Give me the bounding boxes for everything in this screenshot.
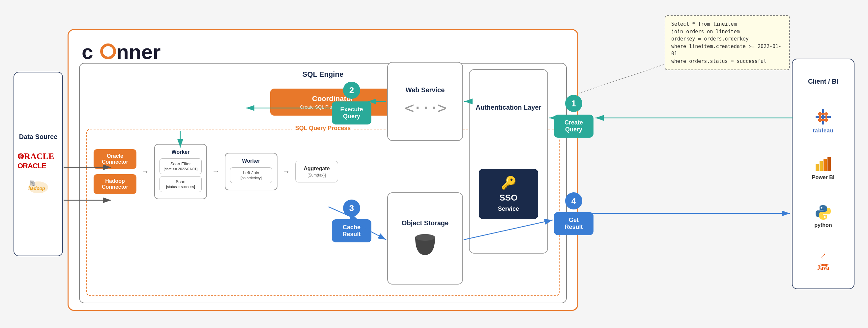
oracle-logo: ORACLE ® ORACLE <box>18 151 59 170</box>
svg-point-21 <box>824 216 826 218</box>
svg-rect-16 <box>816 164 819 171</box>
svg-rect-19 <box>828 157 831 171</box>
svg-rect-11 <box>816 116 831 118</box>
data-source-title: Data Source <box>19 133 58 141</box>
worker2-box: Worker Left Join[on orderkey] <box>225 153 277 190</box>
execute-query-box: ExecuteQuery <box>332 101 371 125</box>
arrow-to-aggregate: → <box>283 167 290 176</box>
worker1-title: Worker <box>159 149 202 155</box>
arrow-to-worker2: → <box>212 167 219 176</box>
python-label: python <box>814 222 832 228</box>
aggregate-sub: [Sum(tax)] <box>302 173 332 177</box>
svg-rect-17 <box>819 161 823 171</box>
step2-circle: 2 <box>343 82 360 99</box>
sso-service-label: Service <box>498 205 519 212</box>
step2-area: 2 ExecuteQuery <box>332 82 371 125</box>
step1-circle: 1 <box>565 95 582 112</box>
python-icon <box>815 204 832 221</box>
aggregate-box: Aggregate [Sum(tax)] <box>295 161 338 183</box>
create-query-box: CreateQuery <box>554 114 593 138</box>
svg-rect-14 <box>818 113 828 114</box>
step4-area: 4 GetResult <box>554 192 593 235</box>
svg-point-6 <box>101 45 115 58</box>
sso-title: SSO <box>500 193 518 203</box>
step1-area: 1 CreateQuery <box>554 95 593 138</box>
diagram-wrapper: Select * from lineitem join orders on li… <box>9 9 859 319</box>
auth-layer-title: Authentication Layer <box>476 104 541 111</box>
web-service-panel: Web Service <···> <box>387 62 463 141</box>
svg-point-20 <box>820 207 822 209</box>
step4-circle: 4 <box>565 192 582 209</box>
python-logo: python <box>814 204 832 228</box>
scan-item: Scan[status = success] <box>159 176 202 192</box>
tableau-icon <box>815 109 831 125</box>
scan-filter-item: Scan Filter[date >= 2022-01-01] <box>159 158 202 174</box>
aggregate-title: Aggregate <box>302 166 332 171</box>
left-join-item: Left Join[on orderkey] <box>230 167 272 183</box>
tableau-logo: tableau <box>813 109 833 134</box>
powerbi-logo: Power BI <box>812 157 834 181</box>
bucket-icon <box>412 231 438 258</box>
sql-query-title: SQL Query Process <box>292 125 354 132</box>
data-source-panel: Data Source ORACLE ® ORACLE hadoop 🐘 <box>13 72 63 256</box>
hadoop-connector: HadoopConnector <box>94 174 136 194</box>
svg-rect-15 <box>818 119 828 121</box>
svg-text:®: ® <box>18 152 24 160</box>
key-icon: 🔑 <box>501 175 516 190</box>
oracle-connector: OracleConnector <box>94 149 136 169</box>
java-logo: Java <box>816 252 831 270</box>
svg-text:c: c <box>82 40 93 63</box>
sql-line-4: where lineitem.createdate >= 2022-01-01 <box>671 43 783 58</box>
svg-rect-18 <box>824 159 827 171</box>
sql-line-2: join orders on lineitem <box>671 28 783 36</box>
sql-tooltip: Select * from lineitem join orders on li… <box>665 15 790 70</box>
object-storage-title: Object Storage <box>402 219 448 227</box>
get-result-box: GetResult <box>554 212 593 235</box>
sql-line-3: orderkey = orders.orderkey <box>671 35 783 43</box>
tableau-label: tableau <box>813 128 833 134</box>
svg-text:nner: nner <box>116 40 160 63</box>
arrow-to-worker1: → <box>142 167 149 176</box>
hadoop-logo: hadoop 🐘 <box>27 180 50 195</box>
svg-text:🐘: 🐘 <box>29 180 37 187</box>
auth-layer-panel: Authentication Layer 🔑 SSO Service <box>469 69 548 254</box>
connectors-col: OracleConnector HadoopConnector <box>94 149 136 194</box>
sql-line-5: where orders.status = successful <box>671 58 783 65</box>
svg-text:Java: Java <box>817 264 829 270</box>
cache-result-box: CacheResult <box>332 219 371 242</box>
web-service-icon: <···> <box>405 98 446 117</box>
client-bi-panel: Client / BI tableau Power BI <box>792 59 855 289</box>
object-storage-panel: Object Storage <box>387 192 463 285</box>
powerbi-label: Power BI <box>812 174 834 181</box>
powerbi-icon <box>815 157 831 172</box>
step3-area: 3 CacheResult <box>332 200 371 242</box>
sso-box: 🔑 SSO Service <box>479 169 538 219</box>
canner-logo: c nner <box>75 37 571 63</box>
java-icon: Java <box>816 252 831 270</box>
sql-line-1: Select * from lineitem <box>671 21 783 28</box>
client-bi-title: Client / BI <box>808 78 838 85</box>
web-service-title: Web Service <box>406 86 445 94</box>
worker2-title: Worker <box>230 158 272 164</box>
svg-point-9 <box>415 234 435 241</box>
step3-circle: 3 <box>343 200 360 217</box>
worker1-box: Worker Scan Filter[date >= 2022-01-01] S… <box>154 144 207 199</box>
